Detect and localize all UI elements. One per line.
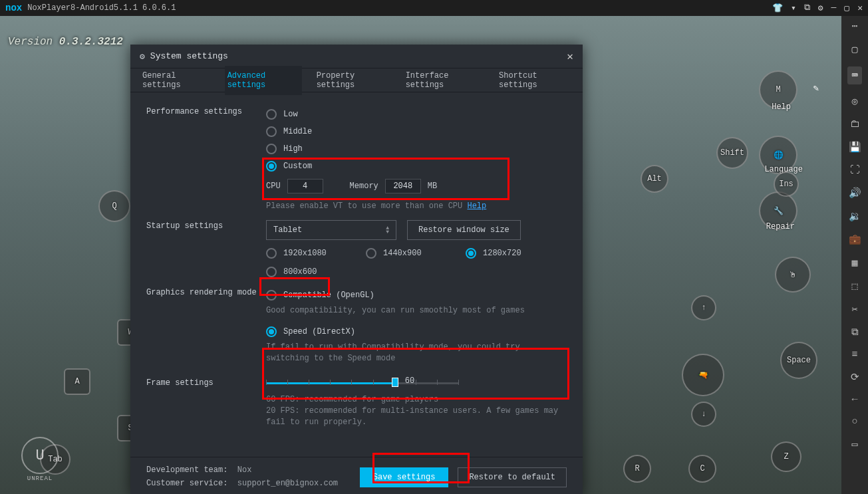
- grid-icon[interactable]: ▦: [851, 257, 857, 269]
- dialog-title: System settings: [150, 51, 567, 61]
- radio-high[interactable]: [266, 144, 277, 154]
- radio-custom[interactable]: [266, 161, 277, 172]
- hud-arrow-up[interactable]: ↑: [691, 295, 716, 320]
- cpu-input[interactable]: [287, 179, 323, 193]
- rotate-icon[interactable]: ⟳: [851, 371, 859, 384]
- radio-1440[interactable]: [366, 248, 376, 259]
- res-1280-label: 1280x720: [483, 249, 521, 258]
- recent-icon[interactable]: ▭: [851, 438, 857, 451]
- performance-label: Performance settings: [146, 106, 266, 116]
- gear-icon[interactable]: ⚙: [818, 3, 823, 13]
- memory-unit: MB: [428, 182, 437, 191]
- restore-default-button[interactable]: Restore to default: [458, 467, 567, 487]
- fullscreen-icon[interactable]: ⛶: [850, 164, 860, 176]
- fps-slider-thumb[interactable]: [392, 378, 398, 387]
- tab-shortcut[interactable]: Shortcut settings: [496, 66, 573, 95]
- app-titlebar: nox NoxPlayer8-Android5.1.1 6.0.6.1 👕 ▾ …: [0, 0, 868, 16]
- minimize-icon[interactable]: —: [831, 3, 837, 13]
- maximize-icon[interactable]: ▢: [844, 3, 849, 13]
- tab-advanced[interactable]: Advanced settings: [225, 66, 302, 95]
- hud-shift-button[interactable]: Shift: [716, 137, 748, 169]
- radio-custom-label: Custom: [283, 162, 312, 171]
- hud-r-button[interactable]: R: [623, 455, 651, 483]
- hud-c-button[interactable]: C: [688, 455, 716, 483]
- radio-middle[interactable]: [266, 126, 277, 137]
- tab-property[interactable]: Property settings: [314, 66, 391, 95]
- location-icon[interactable]: ◎: [851, 95, 857, 108]
- dialog-body: Performance settings Low Middle High Cus…: [130, 92, 583, 457]
- hud-ins-button[interactable]: Ins: [774, 172, 799, 197]
- radio-compatible[interactable]: [266, 290, 277, 301]
- compatible-desc: Good compatibility, you can run smoothly…: [266, 304, 567, 323]
- volume-down-icon[interactable]: 🔉: [849, 210, 861, 223]
- tab-general[interactable]: General settings: [140, 66, 213, 95]
- dialog-close-button[interactable]: ✕: [567, 50, 573, 63]
- memory-label: Memory: [350, 182, 378, 191]
- vt-help-link[interactable]: Help: [467, 201, 486, 211]
- radio-800[interactable]: [266, 267, 277, 277]
- more-icon[interactable]: ⋯: [851, 20, 857, 33]
- scissors-icon[interactable]: ✂: [851, 303, 857, 316]
- footer-info: Development team: Nox Customer service: …: [146, 464, 360, 489]
- unreal-logo: U UNREAL: [19, 437, 61, 483]
- keyboard-icon[interactable]: ⧉: [804, 3, 810, 13]
- hud-mouse-icon[interactable]: 🖱: [775, 257, 811, 293]
- vt-hint: Please enable VT to use more than one CP…: [266, 199, 567, 213]
- dialog-footer: Development team: Nox Customer service: …: [130, 457, 583, 494]
- device-icon[interactable]: ▢: [851, 43, 857, 56]
- restore-window-size-button[interactable]: Restore window size: [407, 220, 521, 240]
- radio-high-label: High: [283, 144, 303, 154]
- save-icon[interactable]: 💾: [849, 141, 861, 154]
- radio-low[interactable]: [266, 109, 277, 120]
- res-800-label: 800x600: [283, 267, 317, 277]
- os-sidebar: ⋯ ▢ ⌨ ◎ 🗀 💾 ⛶ 🔊 🔉 💼 ▦ ⬚ ✂ ⧉ ≡ ⟳ ← ○ ▭: [841, 16, 868, 494]
- radio-middle-label: Middle: [283, 127, 312, 136]
- briefcase-icon[interactable]: 💼: [849, 233, 861, 246]
- game-version: Version 0.3.2.3212: [8, 36, 123, 48]
- radio-speed[interactable]: [266, 326, 277, 337]
- save-settings-button[interactable]: Save settings: [360, 467, 449, 487]
- home-icon[interactable]: ○: [851, 416, 857, 428]
- hud-arrow-down[interactable]: ↓: [691, 402, 716, 427]
- system-settings-dialog: ⚙ System settings ✕ General settings Adv…: [130, 45, 583, 494]
- multi-window-icon[interactable]: ⧉: [851, 326, 859, 338]
- fps-desc: 60 FPS: recommended for game players 20 …: [266, 389, 567, 434]
- chevron-updown-icon: ▲▼: [386, 226, 389, 234]
- folder-icon[interactable]: 🗀: [850, 118, 860, 130]
- chevron-down-icon[interactable]: ▾: [791, 3, 796, 13]
- hud-a-button[interactable]: A: [64, 368, 90, 395]
- hud-space-button[interactable]: Space: [780, 342, 817, 379]
- radio-compatible-label: Compatible (OpenGL): [283, 291, 374, 300]
- radio-1920[interactable]: [266, 248, 277, 259]
- window-title: NoxPlayer8-Android5.1.1 6.0.6.1: [27, 3, 772, 13]
- res-1440-label: 1440x900: [383, 249, 422, 258]
- cpu-label: CPU: [266, 182, 281, 191]
- nox-logo: nox: [5, 3, 22, 13]
- res-1920-label: 1920x1080: [283, 249, 327, 258]
- radio-low-label: Low: [283, 110, 298, 119]
- hud-gun-button[interactable]: 🔫: [682, 354, 724, 396]
- startup-label: Startup settings: [146, 220, 266, 231]
- titlebar-controls: 👕 ▾ ⧉ ⚙ — ▢ ✕: [772, 3, 863, 13]
- hud-repair-label: Repair: [766, 222, 795, 231]
- memory-input[interactable]: [385, 179, 421, 193]
- radio-1280[interactable]: [466, 248, 476, 259]
- fps-slider[interactable]: 60: [266, 377, 459, 389]
- menu-icon[interactable]: ≡: [851, 349, 857, 360]
- back-icon[interactable]: ←: [851, 394, 857, 406]
- startup-mode-select[interactable]: Tablet ▲▼: [266, 220, 396, 240]
- hud-alt-button[interactable]: Alt: [641, 165, 668, 193]
- apk-icon[interactable]: ⬚: [851, 280, 857, 293]
- speed-desc: If fail to run with Compatibility mode, …: [266, 340, 567, 371]
- hud-z-button[interactable]: Z: [771, 441, 801, 472]
- radio-speed-label: Speed (DirectX): [283, 327, 355, 336]
- tab-interface[interactable]: Interface settings: [403, 66, 484, 95]
- close-window-icon[interactable]: ✕: [857, 3, 863, 13]
- volume-up-icon[interactable]: 🔊: [849, 187, 861, 199]
- hud-edit-icon[interactable]: ✎: [813, 82, 819, 94]
- hud-q-button[interactable]: Q: [98, 190, 130, 222]
- dialog-tabs: General settings Advanced settings Prope…: [130, 68, 583, 92]
- keymap-icon[interactable]: ⌨: [847, 66, 861, 84]
- startup-mode-value: Tablet: [273, 225, 302, 235]
- shirt-icon[interactable]: 👕: [772, 3, 783, 13]
